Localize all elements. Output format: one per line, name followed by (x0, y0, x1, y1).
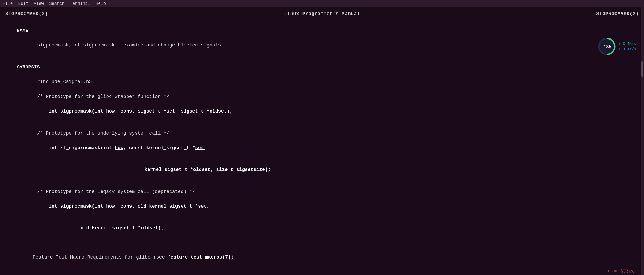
cpu-gauge: 75% (597, 37, 616, 56)
proto-3a: int sigprocmask(int how, const old_kerne… (5, 196, 639, 217)
comment-2: /* Prototype for the underlying system c… (5, 130, 639, 137)
scrollbar[interactable] (641, 7, 644, 275)
download-stat: + 0.1K/s (618, 47, 636, 51)
watermark: CSDN:混了好久.c (608, 269, 639, 274)
synopsis-section-label: SYNOPSIS (5, 57, 639, 78)
header-right: SIGPROCMASK(2) (596, 10, 639, 18)
menu-help[interactable]: Help (96, 1, 106, 6)
menu-edit[interactable]: Edit (18, 1, 28, 6)
menu-file[interactable]: File (3, 1, 13, 6)
header-center: Linux Programmer's Manual (284, 10, 360, 18)
comment-3: /* Prototype for the legacy system call … (5, 188, 639, 195)
menu-terminal[interactable]: Terminal (70, 1, 90, 6)
blank-2 (5, 86, 639, 93)
menubar: File Edit View Search Terminal Help (0, 0, 644, 7)
blank-4 (5, 181, 639, 188)
network-stats: + 3.4K/s + 0.1K/s (618, 42, 636, 51)
feature-test-line: Feature Test Macro Requirements for glib… (5, 247, 639, 268)
include-line: #include <signal.h> (5, 78, 639, 85)
scrollbar-thumb[interactable] (641, 61, 643, 77)
proto-2a: int rt_sigprocmask(int how, const kernel… (5, 137, 639, 159)
name-description: sigprocmask, rt_sigprocmask - examine an… (5, 42, 639, 49)
blank-6 (5, 268, 639, 275)
blank-1 (5, 49, 639, 56)
proto-2b: kernel_sigset_t *oldset, size_t sigsetsi… (5, 159, 639, 181)
menu-search[interactable]: Search (49, 1, 65, 6)
name-section-label: NAME (5, 20, 639, 41)
menu-view[interactable]: View (34, 1, 44, 6)
upload-stat: + 3.4K/s (618, 42, 636, 46)
gauge-percent: 75% (603, 44, 611, 49)
comment-1: /* Prototype for the glibc wrapper funct… (5, 93, 639, 100)
man-page-header: SIGPROCMASK(2) Linux Programmer's Manual… (5, 10, 639, 18)
monitor-widget: 75% + 3.4K/s + 0.1K/s (597, 37, 636, 56)
proto-3b: old_kernel_sigset_t *oldset); (5, 217, 639, 239)
blank-3 (5, 122, 639, 130)
proto-1: int sigprocmask(int how, const sigset_t … (5, 101, 639, 122)
blank-5 (5, 239, 639, 246)
man-page-content: SIGPROCMASK(2) Linux Programmer's Manual… (0, 7, 644, 275)
header-left: SIGPROCMASK(2) (5, 10, 48, 18)
